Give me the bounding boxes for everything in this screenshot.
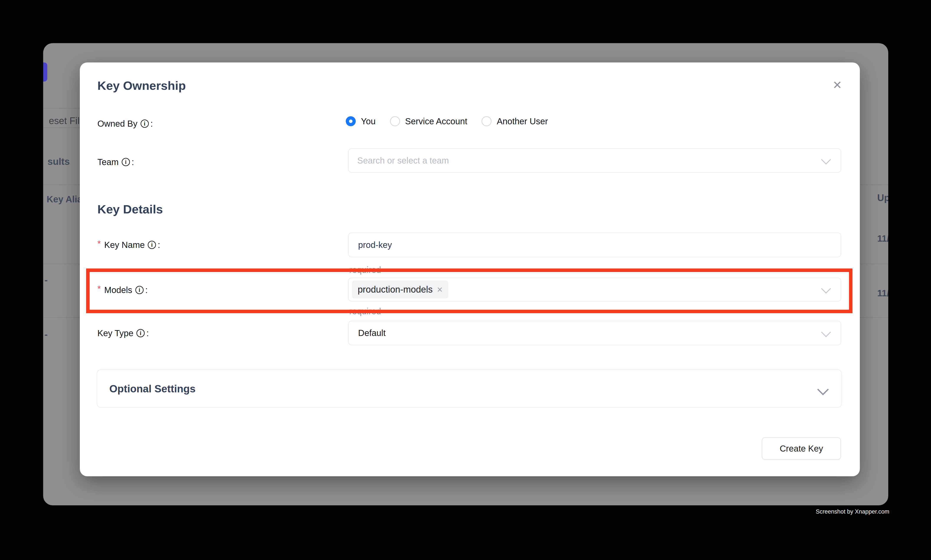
colon: :: [151, 118, 153, 129]
required-asterisk: *: [97, 238, 101, 249]
table-row-cell-date: 11/: [877, 233, 888, 244]
remove-tag-icon[interactable]: ×: [437, 285, 443, 294]
owned-by-label-text: Owned By: [97, 118, 137, 129]
radio-unselected-icon[interactable]: [390, 116, 400, 126]
team-select-placeholder: Search or select a team: [357, 156, 449, 166]
chevron-down-icon[interactable]: [821, 155, 831, 165]
key-type-select[interactable]: Default: [348, 321, 841, 345]
radio-label: Another User: [497, 116, 548, 126]
chevron-down-icon[interactable]: [817, 384, 829, 395]
divider: [43, 128, 80, 128]
model-tag-label: production-models: [358, 284, 433, 295]
owned-by-label: Owned By i :: [97, 118, 153, 129]
chevron-down-icon[interactable]: [821, 327, 831, 337]
owned-by-radio-group: You Service Account Another User: [346, 116, 548, 126]
info-icon[interactable]: i: [135, 286, 144, 294]
reset-filters-button-fragment[interactable]: eset Filt: [49, 115, 82, 126]
models-label-text: Models: [104, 284, 132, 295]
radio-selected-icon[interactable]: [346, 116, 356, 126]
optional-settings-title: Optional Settings: [109, 382, 195, 396]
info-icon[interactable]: i: [122, 158, 130, 166]
optional-settings-panel[interactable]: Optional Settings: [97, 369, 842, 408]
chevron-down-icon[interactable]: [821, 284, 831, 294]
key-name-label: * Key Name i :: [97, 239, 160, 251]
create-key-button[interactable]: Create Key: [762, 437, 841, 460]
info-icon[interactable]: i: [137, 329, 145, 337]
column-header-updated: Up: [877, 192, 888, 203]
divider: [43, 108, 80, 108]
radio-option-another-user[interactable]: Another User: [482, 116, 548, 126]
watermark: Screenshot by Xnapper.com: [816, 508, 889, 515]
modal-title: Key Ownership: [97, 79, 186, 92]
create-key-button-fragment: [43, 63, 47, 82]
models-select[interactable]: production-models ×: [348, 278, 841, 302]
radio-label: Service Account: [405, 116, 468, 126]
team-select[interactable]: Search or select a team: [348, 148, 841, 172]
key-type-label-text: Key Type: [97, 328, 133, 339]
selected-model-tag: production-models ×: [352, 281, 448, 298]
team-label-text: Team: [97, 156, 118, 168]
table-row-cell-dash: -: [45, 329, 48, 340]
table-row-cell-date: 11/: [877, 288, 888, 299]
radio-option-you[interactable]: You: [346, 116, 376, 126]
models-label: * Models i :: [97, 284, 148, 295]
key-name-value: prod-key: [358, 240, 392, 250]
team-label: Team i :: [97, 156, 134, 168]
models-validation: required: [349, 306, 381, 317]
colon: :: [158, 239, 160, 251]
info-icon[interactable]: i: [148, 241, 156, 249]
colon: :: [132, 156, 134, 168]
required-asterisk: *: [97, 283, 101, 294]
radio-unselected-icon[interactable]: [482, 116, 491, 126]
colon: :: [146, 328, 149, 339]
colon: :: [145, 284, 148, 295]
key-type-value: Default: [358, 328, 386, 338]
create-key-modal: ✕ Key Ownership Owned By i : You Service…: [80, 63, 860, 476]
key-type-label: Key Type i :: [97, 328, 149, 339]
key-details-heading: Key Details: [97, 202, 163, 216]
results-count-fragment: sults: [48, 156, 70, 167]
radio-option-service-account[interactable]: Service Account: [390, 116, 468, 126]
key-name-validation: required: [349, 265, 381, 275]
info-icon[interactable]: i: [140, 120, 149, 128]
key-name-label-text: Key Name: [104, 239, 145, 251]
radio-label: You: [361, 116, 376, 126]
close-icon[interactable]: ✕: [826, 74, 848, 96]
table-row-cell-dash: -: [45, 274, 48, 286]
column-header-key-alias: Key Alia: [47, 194, 82, 205]
key-name-input[interactable]: prod-key: [348, 232, 841, 257]
